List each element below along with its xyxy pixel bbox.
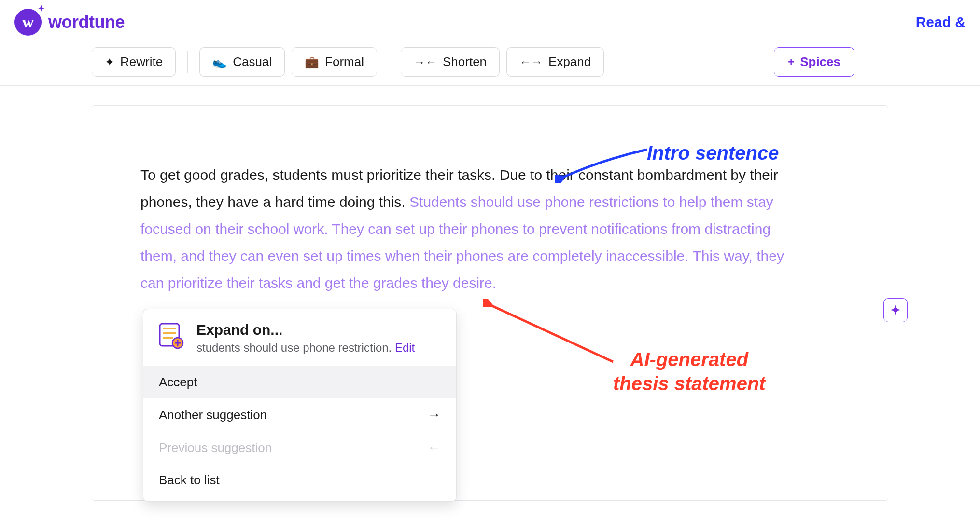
expand-button[interactable]: ←→ Expand bbox=[506, 47, 604, 77]
popover-subtitle: students should use phone restriction. E… bbox=[196, 341, 415, 355]
popover-another-label: Another suggestion bbox=[159, 408, 267, 423]
popover-subtitle-text: students should use phone restriction. bbox=[196, 341, 395, 354]
casual-button[interactable]: 👟 Casual bbox=[199, 47, 285, 77]
insert-content-button[interactable]: ✦ bbox=[883, 298, 908, 322]
app-header: w wordtune Read & bbox=[0, 0, 980, 42]
read-summarize-link[interactable]: Read & bbox=[916, 14, 966, 30]
sparkle-plus-icon: ✦ bbox=[890, 303, 901, 318]
toolbar-separator bbox=[187, 51, 188, 73]
popover-back-label: Back to list bbox=[159, 473, 220, 488]
formal-button[interactable]: 💼 Formal bbox=[292, 47, 377, 77]
popover-header: Expand on... students should use phone r… bbox=[143, 318, 456, 363]
shorten-label: Shorten bbox=[443, 55, 487, 69]
popover-edit-link[interactable]: Edit bbox=[395, 341, 415, 354]
spices-button[interactable]: + Spices bbox=[774, 47, 854, 77]
arrow-right-icon: → bbox=[427, 407, 441, 423]
sparkle-icon: ✦ bbox=[105, 56, 114, 68]
arrow-left-icon: ← bbox=[427, 440, 441, 455]
logo[interactable]: w wordtune bbox=[14, 9, 125, 36]
suggestion-popover: Expand on... students should use phone r… bbox=[143, 309, 457, 502]
spices-label: Spices bbox=[800, 55, 840, 69]
sneaker-icon: 👟 bbox=[212, 56, 227, 68]
annotation-ai-thesis: AI-generated thesis statement bbox=[613, 347, 766, 396]
toolbar-separator bbox=[389, 51, 389, 73]
compress-icon: →← bbox=[414, 56, 437, 68]
toolbar: ✦ Rewrite 👟 Casual 💼 Formal →← Shorten ←… bbox=[0, 42, 980, 86]
plus-icon: + bbox=[788, 56, 794, 68]
casual-label: Casual bbox=[233, 55, 272, 69]
popover-back-to-list[interactable]: Back to list bbox=[143, 464, 456, 496]
expand-icon: ←→ bbox=[519, 56, 543, 68]
popover-another-suggestion[interactable]: Another suggestion → bbox=[143, 398, 456, 431]
annotation-ai-line2: thesis statement bbox=[613, 373, 766, 394]
expand-document-icon bbox=[157, 322, 185, 350]
popover-previous-suggestion: Previous suggestion ← bbox=[143, 431, 456, 464]
shorten-button[interactable]: →← Shorten bbox=[401, 47, 500, 77]
popover-actions-list: Accept Another suggestion → Previous sug… bbox=[143, 363, 456, 496]
formal-label: Formal bbox=[325, 55, 364, 69]
popover-title: Expand on... bbox=[196, 322, 415, 338]
logo-mark-icon: w bbox=[14, 9, 42, 36]
document-text[interactable]: To get good grades, students must priori… bbox=[140, 162, 797, 297]
annotation-ai-line1: AI-generated bbox=[630, 349, 749, 370]
popover-accept-label: Accept bbox=[159, 375, 197, 390]
logo-text: wordtune bbox=[48, 12, 125, 32]
briefcase-icon: 💼 bbox=[305, 56, 319, 68]
popover-previous-label: Previous suggestion bbox=[159, 440, 272, 455]
popover-accept[interactable]: Accept bbox=[143, 366, 456, 398]
rewrite-button[interactable]: ✦ Rewrite bbox=[92, 47, 176, 77]
annotation-intro: Intro sentence bbox=[647, 142, 779, 164]
expand-label: Expand bbox=[548, 55, 591, 69]
rewrite-label: Rewrite bbox=[120, 55, 163, 69]
